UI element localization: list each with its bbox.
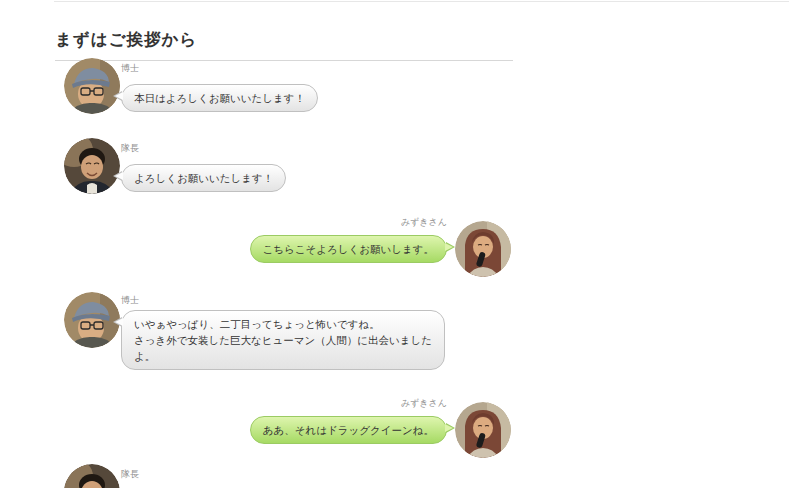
speech-bubble: いやぁやっぱり、二丁目ってちょっと怖いですね。 さっき外で女装した巨大なヒューマ… <box>121 310 445 370</box>
avatar-mizuki-photo <box>455 221 511 277</box>
chat-message: 隊長 <box>55 464 513 488</box>
chat-message: 博士 本日はよろしくお願いいたします！ <box>55 58 513 118</box>
message-text: こちらこそよろしくお願いします。 <box>263 243 434 255</box>
message-text: 本日はよろしくお願いいたします！ <box>134 92 305 104</box>
avatar-taichou-photo <box>64 464 120 488</box>
message-text: いやぁやっぱり、二丁目ってちょっと怖いですね。 <box>134 318 380 330</box>
message-text: よ。 <box>134 350 155 362</box>
speech-bubble: 本日はよろしくお願いいたします！ <box>121 84 318 112</box>
avatar-mizuki-photo <box>455 402 511 458</box>
speaker-name: 隊長 <box>121 469 139 479</box>
chat-message: 隊長 よろしくお願いいたします！ <box>55 138 513 198</box>
avatar-hakase-photo <box>64 58 120 114</box>
speaker-name: みずきさん <box>401 217 447 227</box>
top-divider <box>54 1 789 2</box>
speaker-name: みずきさん <box>401 398 447 408</box>
speaker-name: 博士 <box>121 63 139 73</box>
message-text: さっき外で女装した巨大なヒューマン（人間）に出会いました <box>134 334 432 346</box>
speaker-name: 博士 <box>121 295 139 305</box>
speech-bubble: こちらこそよろしくお願いします。 <box>250 235 447 263</box>
chat-message: みずきさん こちらこそよろしくお願いします。 <box>55 217 513 277</box>
message-text: よろしくお願いいたします！ <box>134 172 273 184</box>
article-page: まずはご挨拶から 博士 本日はよろしくお願いいたします！ <box>0 0 789 488</box>
section-heading: まずはご挨拶から <box>55 29 513 61</box>
avatar-taichou-photo <box>64 138 120 194</box>
chat-message: みずきさん ああ、それはドラッグクイーンね。 <box>55 398 513 458</box>
speech-bubble: よろしくお願いいたします！ <box>121 164 286 192</box>
speech-bubble: ああ、それはドラッグクイーンね。 <box>250 416 447 444</box>
avatar-hakase-photo <box>64 292 120 348</box>
message-text: ああ、それはドラッグクイーンね。 <box>263 424 434 436</box>
speaker-name: 隊長 <box>121 143 139 153</box>
chat-message: 博士 いやぁやっぱり、二丁目ってちょっと怖いですね。 さっき外で女装した巨大なヒ… <box>55 292 513 352</box>
